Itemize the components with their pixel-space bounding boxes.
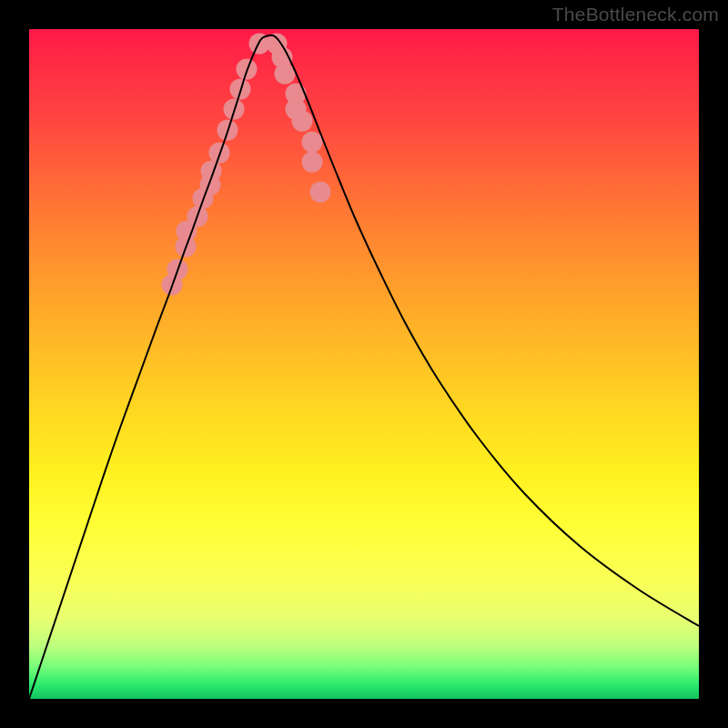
chart-frame: TheBottleneck.com (0, 0, 728, 728)
curve-layer (29, 29, 699, 699)
data-point (310, 182, 331, 203)
data-point (302, 152, 323, 173)
data-point (302, 132, 323, 153)
data-point (292, 111, 313, 132)
curve-line (29, 35, 699, 699)
plot-area (29, 29, 699, 699)
watermark-text: TheBottleneck.com (552, 4, 719, 25)
